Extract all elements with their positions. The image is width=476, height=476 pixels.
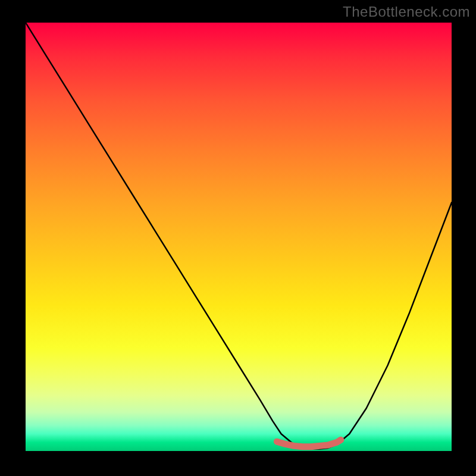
plot-area <box>26 23 452 451</box>
chart-container: TheBottleneck.com <box>0 0 476 476</box>
chart-svg <box>26 23 452 451</box>
watermark-label: TheBottleneck.com <box>343 4 470 20</box>
curve-line <box>26 23 452 449</box>
valley-marker-line <box>277 440 340 447</box>
